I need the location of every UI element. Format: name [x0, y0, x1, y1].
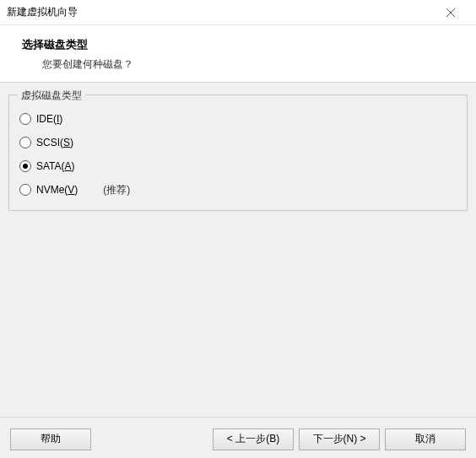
- next-button[interactable]: 下一步(N) >: [299, 428, 380, 450]
- radio-indicator: [19, 184, 31, 196]
- close-button[interactable]: [434, 1, 468, 24]
- radio-indicator: [19, 160, 31, 172]
- wizard-footer: 帮助 < 上一步(B) 下一步(N) > 取消: [0, 417, 476, 458]
- radio-label: SCSI(S): [36, 137, 73, 148]
- radio-nvme[interactable]: NVMe(V) (推荐): [19, 178, 457, 202]
- wizard-header-title: 选择磁盘类型: [20, 37, 456, 52]
- radio-label: IDE(I): [36, 113, 62, 125]
- window-titlebar: 新建虚拟机向导: [0, 0, 476, 25]
- wizard-content: 虚拟磁盘类型 IDE(I) SCSI(S) SATA(A) NVMe(V) (推…: [0, 83, 476, 417]
- radio-sata[interactable]: SATA(A): [19, 154, 457, 178]
- back-button[interactable]: < 上一步(B): [213, 428, 294, 450]
- cancel-button[interactable]: 取消: [385, 428, 466, 450]
- radio-label: NVMe(V): [36, 184, 78, 196]
- radio-indicator: [19, 113, 31, 125]
- wizard-header-subtitle: 您要创建何种磁盘？: [20, 57, 456, 72]
- radio-scsi[interactable]: SCSI(S): [19, 131, 457, 154]
- wizard-header: 选择磁盘类型 您要创建何种磁盘？: [0, 25, 476, 83]
- radio-recommend: (推荐): [103, 183, 130, 197]
- radio-label: SATA(A): [36, 160, 75, 172]
- disk-type-legend: 虚拟磁盘类型: [18, 89, 85, 103]
- radio-ide[interactable]: IDE(I): [19, 107, 457, 131]
- window-title: 新建虚拟机向导: [7, 5, 78, 19]
- help-button[interactable]: 帮助: [10, 428, 91, 450]
- disk-type-group: 虚拟磁盘类型 IDE(I) SCSI(S) SATA(A) NVMe(V) (推…: [8, 94, 468, 211]
- radio-indicator: [19, 137, 31, 148]
- close-icon: [446, 8, 455, 17]
